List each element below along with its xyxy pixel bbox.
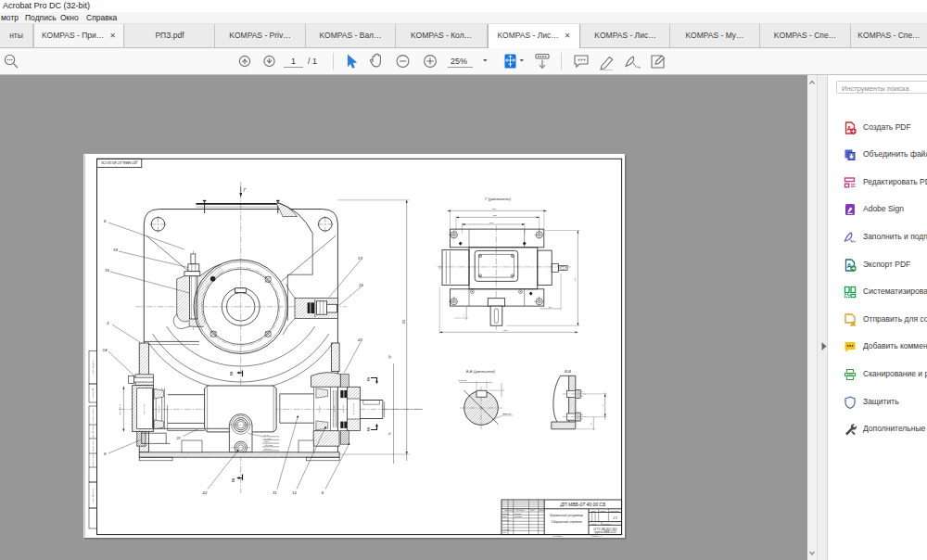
svg-text:6 АТ: 6 АТ (264, 434, 269, 437)
svg-text:группа МВБ 5-01: группа МВБ 5-01 (594, 530, 616, 534)
svg-text:Масштаб: Масштаб (610, 510, 620, 512)
svg-text:В: В (230, 372, 233, 376)
svg-text:75: 75 (602, 404, 604, 407)
svg-text:№ докум.: № докум. (516, 509, 526, 511)
svg-text:2 ≤ 5: 2 ≤ 5 (263, 440, 270, 443)
svg-text:20: 20 (357, 337, 362, 342)
svg-text:6: 6 (104, 219, 107, 223)
svg-text:Червячный редуктор: Червячный редуктор (550, 514, 583, 517)
svg-text:Г: Г (244, 187, 248, 193)
svg-text:Ø72 H7/h6: Ø72 H7/h6 (143, 403, 145, 415)
svg-text:Ø35 k6: Ø35 k6 (158, 405, 159, 414)
svg-text:25%: 25% (451, 57, 467, 66)
svg-text:9: 9 (322, 490, 324, 495)
svg-text:254: 254 (492, 214, 498, 217)
svg-text:Разраб.: Разраб. (502, 513, 510, 515)
svg-text:Ø 32 H7/h6: Ø 32 H7/h6 (352, 402, 354, 414)
svg-text:Дата: Дата (539, 509, 545, 511)
svg-text:ДП МВБ-07.40.00 СБ: ДП МВБ-07.40.00 СБ (560, 502, 606, 507)
svg-text:4 ≥ 2,5П: 4 ≥ 2,5П (264, 444, 273, 447)
svg-text:Г (увеличено): Г (увеличено) (485, 197, 511, 201)
svg-text:Инв. № подл.: Инв. № подл. (92, 488, 95, 502)
svg-text:76: 76 (388, 432, 392, 435)
svg-text:17±0,2: 17±0,2 (264, 438, 272, 440)
svg-text:Б: Б (367, 377, 370, 382)
svg-text:Лист: Лист (508, 509, 514, 511)
svg-text:4: 4 (464, 313, 465, 316)
svg-text:Н.контр.: Н.контр. (502, 528, 511, 530)
svg-text:Ø 72k7: Ø 72k7 (318, 405, 320, 414)
svg-text:8 JS9/h9: 8 JS9/h9 (459, 379, 467, 381)
svg-text:12: 12 (292, 490, 297, 495)
svg-text:11: 11 (273, 490, 277, 495)
svg-text:Листов 1: Листов 1 (602, 523, 611, 525)
svg-text:20: 20 (176, 437, 181, 440)
svg-text:Пров.: Пров. (502, 515, 508, 517)
svg-text:Справ. №: Справ. № (92, 388, 95, 398)
svg-text:В-В: В-В (565, 369, 571, 374)
svg-text:Взам. инв.: Взам. инв. (92, 440, 95, 452)
svg-text:Т.контр.: Т.контр. (502, 519, 511, 521)
svg-text:1:1: 1:1 (613, 516, 617, 520)
svg-text:16: 16 (105, 268, 109, 273)
svg-text:337: 337 (574, 276, 577, 281)
svg-text:ДП МВБ-07.40.00 СБ: ДП МВБ-07.40.00 СБ (101, 160, 138, 165)
svg-text:Петров: Петров (514, 515, 523, 517)
svg-text:Лит.: Лит. (590, 510, 596, 512)
svg-text:t ≥ 0,17: t ≥ 0,17 (264, 448, 273, 451)
svg-text:170: 170 (489, 222, 493, 224)
svg-text:60: 60 (388, 355, 392, 358)
svg-text:Иванов: Иванов (514, 513, 522, 515)
svg-text:Копировал: Копировал (552, 535, 563, 537)
svg-text:/ 1: / 1 (308, 57, 317, 66)
svg-text:Ø35: Ø35 (438, 265, 440, 271)
svg-text:Ø28 h8: Ø28 h8 (502, 413, 512, 415)
svg-text:18: 18 (113, 248, 118, 252)
svg-text:302: 302 (402, 319, 406, 324)
svg-text:Сборочный чертеж: Сборочный чертеж (551, 520, 582, 524)
svg-text:Формат А1: Формат А1 (591, 535, 602, 537)
svg-text:15: 15 (359, 283, 363, 287)
svg-text:14: 14 (103, 348, 108, 352)
svg-text:В: В (232, 478, 235, 483)
svg-text:Утв.: Утв. (502, 531, 507, 533)
svg-text:Подп.: Подп. (530, 509, 536, 511)
svg-text:3: 3 (107, 321, 109, 325)
svg-text:Ø52 H9/d9: Ø52 H9/d9 (120, 403, 121, 415)
svg-text:19: 19 (358, 256, 362, 261)
svg-text:10: 10 (590, 422, 591, 425)
svg-text:Ø5 49: Ø5 49 (333, 405, 335, 413)
svg-text:Б: Б (367, 427, 370, 432)
svg-text:Перв. примен.: Перв. примен. (92, 360, 95, 375)
svg-text:Инв. № дубл.: Инв. № дубл. (92, 425, 95, 439)
svg-text:24: 24 (548, 306, 552, 309)
svg-text:Подп. и дата: Подп. и дата (92, 408, 95, 423)
svg-text:22: 22 (202, 490, 208, 495)
svg-text:Масса: Масса (600, 510, 606, 512)
svg-text:Б-Б (увеличено): Б-Б (увеличено) (466, 369, 496, 374)
svg-text:Подп. и дата: Подп. и дата (92, 452, 95, 467)
svg-text:Лист: Лист (590, 523, 597, 525)
svg-text:1: 1 (291, 57, 296, 66)
svg-text:Ø50 H9: Ø50 H9 (342, 404, 344, 414)
svg-text:304: 304 (492, 208, 497, 210)
svg-text:8: 8 (104, 452, 107, 456)
svg-text:376: 376 (503, 329, 508, 332)
svg-text:3,4: 3,4 (502, 388, 505, 391)
